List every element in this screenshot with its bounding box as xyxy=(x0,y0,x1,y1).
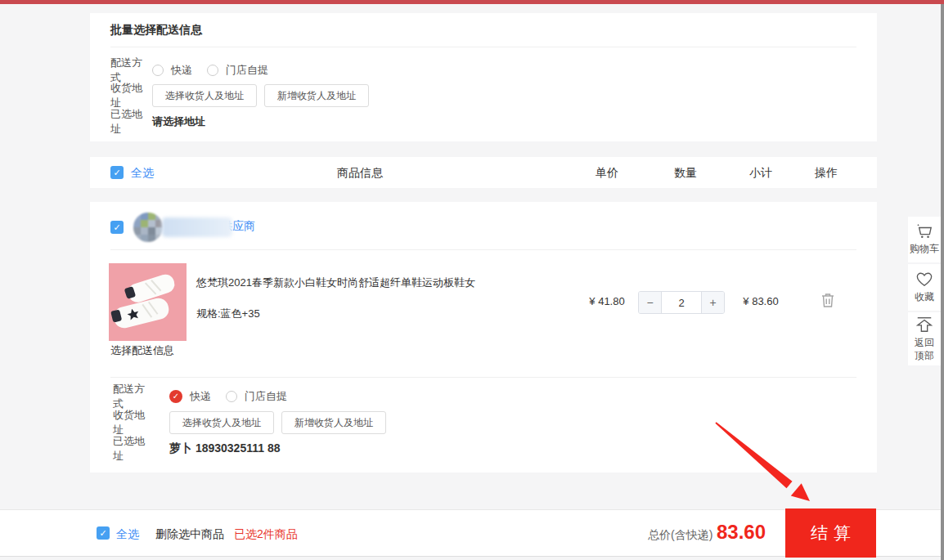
product-image[interactable] xyxy=(109,263,187,341)
pickup-radio-group[interactable]: 门店自提 xyxy=(207,63,268,78)
supplier-name-blur-patch xyxy=(162,217,232,237)
sidebar-item-cart[interactable]: 购物车 xyxy=(908,217,941,262)
selected-address-value: 请选择地址 xyxy=(152,114,205,129)
delete-selected-button[interactable]: 删除选中商品 xyxy=(155,527,224,542)
product-title-link[interactable]: 悠梵琪2021春季新款小白鞋女时尚舒适超纤单鞋运动板鞋女 xyxy=(196,276,605,290)
checkout-button[interactable]: 结算 xyxy=(785,508,876,558)
selected-address-value: 萝卜 18930325111 88 xyxy=(169,441,280,456)
heart-icon xyxy=(915,271,933,288)
total-price-label: 总价(含快递) xyxy=(648,528,712,543)
subtotal-price: ¥ 83.60 xyxy=(720,295,802,307)
pickup-radio-group[interactable]: 门店自提 xyxy=(226,389,287,404)
supplier-avatar xyxy=(133,213,163,242)
quantity-stepper: − 2 + xyxy=(638,291,725,314)
choose-address-button[interactable]: 选择收货人及地址 xyxy=(152,84,257,107)
divider xyxy=(110,377,856,378)
select-all-checkbox[interactable] xyxy=(110,166,124,179)
cart-page: 批量选择配送信息 配送方式 快递 门店自提 收货地址 选择收货人及地址 新增收货… xyxy=(0,0,944,560)
pickup-radio-label[interactable]: 门店自提 xyxy=(245,389,287,404)
column-unit-price: 单价 xyxy=(566,166,648,181)
select-all-label[interactable]: 全选 xyxy=(131,166,154,181)
sidebar-item-favorites[interactable]: 收藏 xyxy=(908,264,941,311)
pickup-radio[interactable] xyxy=(226,391,237,402)
product-spec: 规格:蓝色+35 xyxy=(196,307,260,321)
footer-select-all-checkbox[interactable] xyxy=(97,526,110,540)
item-selected-address-row: 已选地址 萝卜 18930325111 88 xyxy=(113,442,280,455)
pickup-radio-label[interactable]: 门店自提 xyxy=(226,63,268,78)
column-quantity: 数量 xyxy=(645,166,726,181)
express-radio-label[interactable]: 快递 xyxy=(190,389,211,404)
add-address-button[interactable]: 新增收货人及地址 xyxy=(281,411,386,434)
selected-address-label: 已选地址 xyxy=(110,107,151,137)
address-label: 收货地址 xyxy=(110,81,151,110)
divider xyxy=(110,47,856,47)
item-method-row: 配送方式 快递 门店自提 xyxy=(113,389,287,404)
back-to-top-icon xyxy=(915,316,933,334)
express-radio-label[interactable]: 快递 xyxy=(171,63,192,78)
express-radio-group[interactable]: 快递 xyxy=(152,63,192,78)
sidebar-favorites-label: 收藏 xyxy=(915,290,934,303)
sneakers-image xyxy=(109,263,187,341)
express-radio-group[interactable]: 快递 xyxy=(169,389,211,404)
choose-address-button[interactable]: 选择收货人及地址 xyxy=(169,411,274,434)
selected-count-text: 已选2件商品 xyxy=(234,527,298,542)
column-action: 操作 xyxy=(785,166,867,181)
delete-item-button[interactable] xyxy=(820,292,835,308)
batch-delivery-panel: 批量选择配送信息 配送方式 快递 门店自提 收货地址 选择收货人及地址 新增收货… xyxy=(90,13,877,141)
delivery-method-label: 配送方式 xyxy=(113,382,154,411)
item-address-row: 收货地址 选择收货人及地址 新增收货人及地址 xyxy=(113,411,393,434)
batch-delivery-title: 批量选择配送信息 xyxy=(110,23,202,38)
batch-selected-address-row: 已选地址 请选择地址 xyxy=(110,115,205,128)
divider xyxy=(110,249,856,250)
pickup-radio[interactable] xyxy=(207,65,218,76)
cart-item-panel: 供应商 悠梵琪2021春季新款小白 xyxy=(90,202,877,473)
page-scrollbar[interactable] xyxy=(941,4,944,560)
cart-icon xyxy=(915,223,933,240)
supplier-checkbox[interactable] xyxy=(110,221,124,234)
trash-icon xyxy=(820,292,835,308)
sidebar-cart-label: 购物车 xyxy=(910,242,939,255)
selected-address-label: 已选地址 xyxy=(113,434,154,464)
express-radio-checked[interactable] xyxy=(169,390,182,403)
choose-delivery-title: 选择配送信息 xyxy=(110,343,174,358)
quantity-decrease-button[interactable]: − xyxy=(639,292,661,313)
footer-select-all-label[interactable]: 全选 xyxy=(116,527,139,542)
total-price-value: 83.60 xyxy=(717,521,766,544)
sidebar-item-back-to-top[interactable]: 返回顶部 xyxy=(908,312,941,365)
sidebar-back-to-top-label: 返回顶部 xyxy=(914,336,935,362)
express-radio[interactable] xyxy=(152,65,164,76)
quantity-value[interactable]: 2 xyxy=(661,292,702,313)
batch-method-row: 配送方式 快递 门店自提 xyxy=(110,63,268,78)
checkout-bar: 全选 删除选中商品 已选2件商品 总价(含快递) 83.60 结算 xyxy=(0,509,944,557)
unit-price: ¥ 41.80 xyxy=(566,295,648,307)
table-header: 全选 商品信息 单价 数量 小计 操作 xyxy=(90,157,877,188)
top-red-bar xyxy=(0,0,944,4)
column-product-info: 商品信息 xyxy=(319,166,401,181)
batch-address-row: 收货地址 选择收货人及地址 新增收货人及地址 xyxy=(110,84,376,107)
add-address-button[interactable]: 新增收货人及地址 xyxy=(264,84,369,107)
address-label: 收货地址 xyxy=(113,408,154,437)
